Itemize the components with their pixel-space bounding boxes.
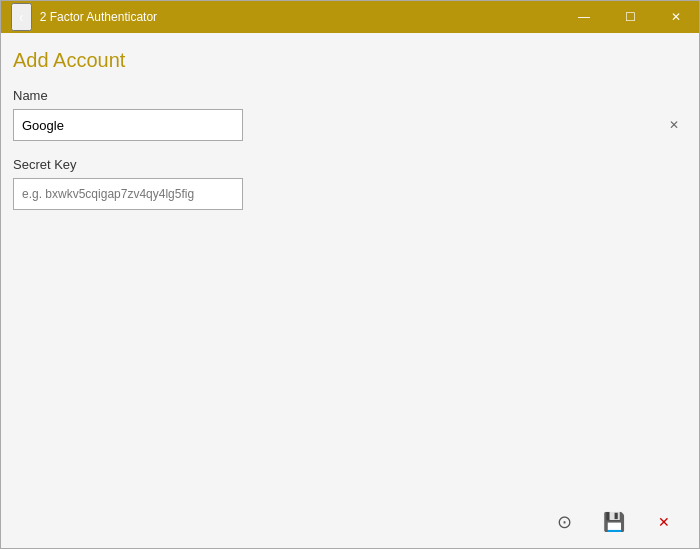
app-window: ‹ 2 Factor Authenticator — ☐ ✕ Add Accou… xyxy=(0,0,700,549)
save-icon: 💾 xyxy=(603,511,625,533)
close-button[interactable]: ✕ xyxy=(653,1,699,33)
secret-label: Secret Key xyxy=(13,157,687,172)
bottom-toolbar: ⊙ 💾 ✕ xyxy=(1,496,699,548)
content-area: Add Account Name ✕ Secret Key xyxy=(1,33,699,496)
back-button[interactable]: ‹ xyxy=(11,3,32,31)
minimize-button[interactable]: — xyxy=(561,1,607,33)
page-title: Add Account xyxy=(13,49,687,72)
secret-input[interactable] xyxy=(13,178,243,210)
clear-name-button[interactable]: ✕ xyxy=(667,117,681,133)
name-input[interactable] xyxy=(13,109,243,141)
secret-input-wrapper xyxy=(13,178,687,210)
name-input-wrapper: ✕ xyxy=(13,109,687,141)
save-button[interactable]: 💾 xyxy=(591,502,637,542)
camera-icon: ⊙ xyxy=(557,511,572,533)
name-label: Name xyxy=(13,88,687,103)
titlebar-controls: — ☐ ✕ xyxy=(561,1,699,33)
cancel-icon: ✕ xyxy=(658,514,670,530)
titlebar-left: ‹ 2 Factor Authenticator xyxy=(11,3,157,31)
titlebar: ‹ 2 Factor Authenticator — ☐ ✕ xyxy=(1,1,699,33)
titlebar-title: 2 Factor Authenticator xyxy=(40,10,157,24)
maximize-button[interactable]: ☐ xyxy=(607,1,653,33)
camera-button[interactable]: ⊙ xyxy=(541,502,587,542)
cancel-button[interactable]: ✕ xyxy=(641,502,687,542)
